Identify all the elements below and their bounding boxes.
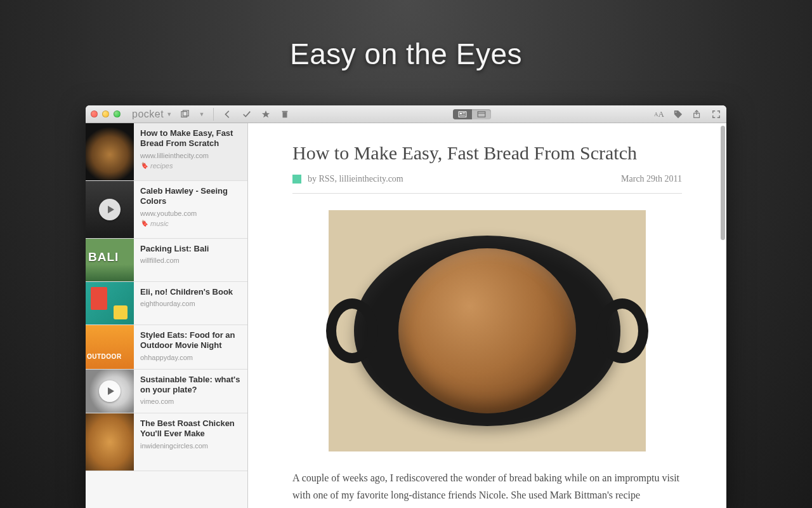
reader-pane[interactable]: How to Make Easy, Fast Bread From Scratc… — [248, 123, 726, 508]
list-item[interactable]: Packing List: Baliwillfilled.com — [86, 239, 247, 282]
view-mode-toggle[interactable] — [453, 109, 491, 119]
list-item-body: How to Make Easy, Fast Bread From Scratc… — [134, 123, 247, 180]
svg-rect-3 — [282, 110, 288, 112]
scrollbar[interactable] — [720, 123, 725, 508]
list-item[interactable]: Styled Eats: Food for an Outdoor Movie N… — [86, 325, 247, 370]
checkmark-icon[interactable] — [242, 109, 252, 119]
share-icon[interactable] — [692, 109, 702, 119]
list-item-body: Caleb Hawley - Seeing Colorswww.youtube.… — [134, 181, 247, 238]
titlebar: pocket ▼ ▼ AA — [86, 105, 726, 123]
list-item-title: Eli, no! Children's Book — [140, 287, 241, 297]
list-item-source: inwideningcircles.com — [140, 442, 241, 450]
list-item-thumbnail — [86, 325, 134, 369]
list-item-title: Sustainable Table: what's on your plate? — [140, 375, 241, 396]
web-view-button[interactable] — [472, 109, 491, 119]
trash-icon[interactable] — [280, 109, 290, 119]
back-icon[interactable] — [223, 109, 233, 119]
library-icon[interactable] — [180, 109, 190, 119]
list-item-source: www.lillieinthecity.com — [140, 152, 241, 159]
article-date: March 29th 2011 — [621, 174, 682, 184]
list-item-title: Styled Eats: Food for an Outdoor Movie N… — [140, 330, 241, 351]
favicon-icon — [292, 175, 301, 184]
list-item-thumbnail — [86, 181, 134, 238]
hero-title: Easy on the Eyes — [0, 0, 812, 71]
svg-rect-5 — [460, 112, 462, 114]
article-title: How to Make Easy, Fast Bread From Scratc… — [292, 142, 682, 164]
list-item-tag: 🔖music — [140, 220, 241, 227]
list-item-tag: 🔖recipes — [140, 162, 241, 170]
article-body: A couple of weeks ago, I rediscovered th… — [292, 469, 682, 504]
fullscreen-icon[interactable] — [711, 109, 721, 119]
article-byline: by RSS, lillieinthecity.com — [308, 174, 403, 184]
list-item-body: Styled Eats: Food for an Outdoor Movie N… — [134, 325, 247, 369]
list-item-title: Packing List: Bali — [140, 244, 241, 254]
list-item[interactable]: Caleb Hawley - Seeing Colorswww.youtube.… — [86, 181, 247, 239]
app-window: pocket ▼ ▼ AA How to Mak — [86, 105, 726, 508]
chevron-down-icon: ▼ — [199, 111, 205, 117]
list-item-thumbnail — [86, 239, 134, 281]
list-item[interactable]: Sustainable Table: what's on your plate?… — [86, 370, 247, 414]
list-item-body: Eli, no! Children's Bookeighthourday.com — [134, 282, 247, 324]
tag-icon: 🔖 — [140, 162, 148, 169]
close-window-button[interactable] — [91, 110, 98, 117]
list-item-source: vimeo.com — [140, 398, 241, 405]
content-area: How to Make Easy, Fast Bread From Scratc… — [86, 123, 726, 508]
list-item-body: Sustainable Table: what's on your plate?… — [134, 370, 247, 413]
tag-icon: 🔖 — [140, 220, 148, 227]
list-item-source: willfilled.com — [140, 257, 241, 264]
list-item-thumbnail — [86, 370, 134, 413]
list-item[interactable]: How to Make Easy, Fast Bread From Scratc… — [86, 123, 247, 181]
list-item-title: Caleb Hawley - Seeing Colors — [140, 186, 241, 207]
svg-rect-9 — [478, 111, 485, 116]
list-item-thumbnail — [86, 282, 134, 324]
list-item-thumbnail — [86, 413, 134, 471]
chevron-down-icon: ▼ — [166, 111, 172, 117]
text-size-icon[interactable]: AA — [654, 109, 664, 119]
article-list-sidebar[interactable]: How to Make Easy, Fast Bread From Scratc… — [86, 123, 248, 508]
svg-rect-2 — [283, 112, 287, 117]
list-item-thumbnail — [86, 123, 134, 180]
play-icon — [99, 199, 121, 220]
brand-menu[interactable]: pocket ▼ — [132, 109, 173, 120]
toolbar-separator — [213, 108, 214, 121]
list-item-source: ohhappyday.com — [140, 354, 241, 361]
list-item[interactable]: Eli, no! Children's Bookeighthourday.com — [86, 282, 247, 325]
list-item-source: www.youtube.com — [140, 210, 241, 217]
list-item-title: How to Make Easy, Fast Bread From Scratc… — [140, 128, 241, 149]
traffic-lights — [91, 110, 121, 117]
list-item-source: eighthourday.com — [140, 300, 241, 307]
minimize-window-button[interactable] — [102, 110, 109, 117]
brand-label: pocket — [132, 109, 164, 120]
svg-point-11 — [676, 111, 677, 112]
reader-view-button[interactable] — [453, 109, 472, 119]
zoom-window-button[interactable] — [114, 110, 121, 117]
list-item[interactable]: The Best Roast Chicken You'll Ever Makei… — [86, 413, 247, 471]
scrollbar-thumb[interactable] — [721, 126, 725, 240]
play-icon — [99, 380, 121, 402]
list-item-title: The Best Roast Chicken You'll Ever Make — [140, 418, 241, 439]
article-hero-image — [329, 210, 646, 451]
list-item-body: Packing List: Baliwillfilled.com — [134, 239, 247, 281]
star-icon[interactable] — [261, 109, 271, 119]
list-item-body: The Best Roast Chicken You'll Ever Makei… — [134, 413, 247, 471]
tag-icon[interactable] — [673, 109, 683, 119]
byline-row: by RSS, lillieinthecity.com March 29th 2… — [292, 174, 682, 194]
